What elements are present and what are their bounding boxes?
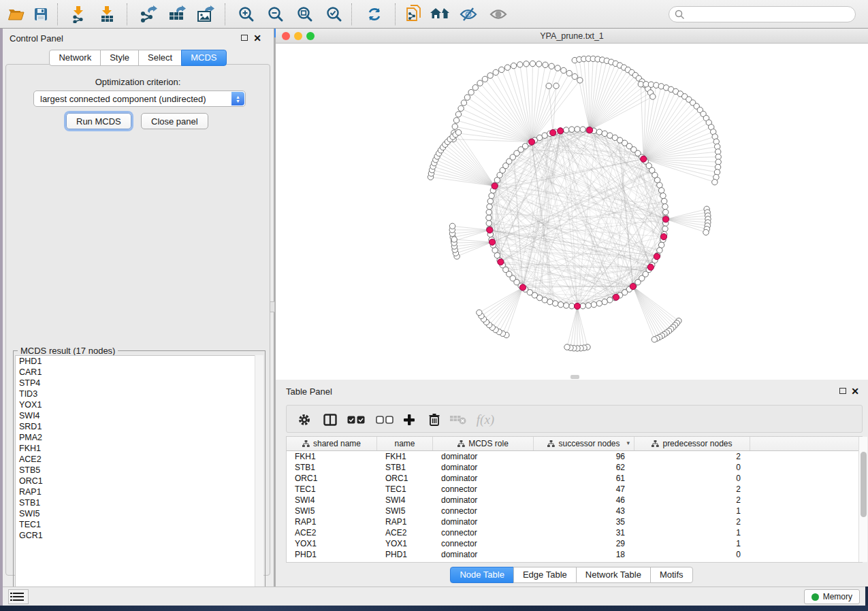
result-node-item[interactable]: SWI4 xyxy=(16,410,263,421)
result-node-item[interactable]: CAR1 xyxy=(16,367,263,378)
run-mcds-button[interactable]: Run MCDS xyxy=(66,113,131,129)
column-header-successor-nodes[interactable]: successor nodes▾ xyxy=(534,437,634,450)
zoom-selected-button[interactable] xyxy=(323,4,345,24)
result-node-item[interactable]: FKH1 xyxy=(16,443,263,454)
network-graph[interactable] xyxy=(276,44,868,380)
result-node-item[interactable]: TID3 xyxy=(16,389,263,399)
zoom-out-button[interactable] xyxy=(265,4,287,24)
result-node-item[interactable]: STP4 xyxy=(16,378,263,389)
table-row[interactable]: TEC1TEC1connector472 xyxy=(287,484,862,495)
result-node-item[interactable]: TEC1 xyxy=(16,519,263,530)
result-node-item[interactable]: STB1 xyxy=(16,497,263,508)
cell: ACE2 xyxy=(377,528,433,538)
delete-row-button[interactable] xyxy=(425,410,444,429)
result-list-scrollbar[interactable] xyxy=(255,355,263,597)
desktop-wallpaper-bottom xyxy=(0,606,868,611)
tab-style[interactable]: Style xyxy=(100,50,139,66)
search-box[interactable] xyxy=(669,6,856,22)
cell: dominator xyxy=(433,452,534,461)
export-image-button[interactable] xyxy=(195,4,216,24)
column-sort-chevron-icon[interactable]: ▾ xyxy=(626,440,630,446)
open-session-button[interactable] xyxy=(5,4,27,24)
close-table-panel-icon[interactable]: ✕ xyxy=(851,388,859,395)
result-node-item[interactable]: ORC1 xyxy=(16,476,263,486)
table-row[interactable]: STB1STB1dominator620 xyxy=(287,462,862,473)
import-network-button[interactable] xyxy=(68,4,90,24)
tab-edge-table[interactable]: Edge Table xyxy=(513,567,577,583)
result-node-item[interactable]: RAP1 xyxy=(16,486,263,497)
table-scrollbar[interactable] xyxy=(858,437,867,562)
control-panel-title: Control Panel xyxy=(10,33,63,44)
table-row[interactable]: FKH1FKH1dominator962 xyxy=(287,451,862,462)
cell: connector xyxy=(433,539,534,548)
cell: 61 xyxy=(534,474,634,483)
result-node-item[interactable]: PHD1 xyxy=(16,356,263,367)
network-view-canvas[interactable] xyxy=(276,44,868,380)
table-row[interactable]: ACE2ACE2connector311 xyxy=(287,527,862,538)
tab-mcds[interactable]: MCDS xyxy=(181,50,226,66)
search-input[interactable] xyxy=(685,8,855,20)
home-button[interactable] xyxy=(429,4,451,24)
table-row[interactable]: ORC1ORC1dominator610 xyxy=(287,473,862,484)
network-hscroll-thumb[interactable] xyxy=(570,375,579,379)
table-row[interactable]: RAP1RAP1dominator352 xyxy=(287,516,862,527)
memory-button[interactable]: Memory xyxy=(804,589,860,604)
export-network-button[interactable] xyxy=(138,4,159,24)
zoom-fit-button[interactable] xyxy=(294,4,316,24)
table-row[interactable]: PHD1PHD1dominator180 xyxy=(287,549,862,560)
export-table-button[interactable] xyxy=(166,4,188,24)
function-builder-button[interactable]: f(x) xyxy=(472,410,499,429)
toolbar-separator xyxy=(351,3,352,25)
tab-motifs[interactable]: Motifs xyxy=(650,567,693,583)
result-node-item[interactable]: ACE2 xyxy=(16,454,263,465)
show-visibility-button[interactable] xyxy=(487,4,509,24)
export-table-icon xyxy=(168,5,186,23)
add-row-button[interactable] xyxy=(400,410,419,429)
result-node-item[interactable]: STB5 xyxy=(16,465,263,476)
table-row[interactable]: SWI5SWI5connector431 xyxy=(287,506,862,516)
control-panel: Control Panel ✕ NetworkStyleSelectMCDS O… xyxy=(3,29,274,587)
table-settings-button[interactable] xyxy=(295,410,314,429)
tab-network[interactable]: Network xyxy=(49,50,101,66)
result-node-item[interactable]: SRD1 xyxy=(16,421,263,432)
result-node-item[interactable]: GCR1 xyxy=(16,530,263,541)
tab-select[interactable]: Select xyxy=(138,50,182,66)
cell: 29 xyxy=(534,539,634,548)
column-header-name[interactable]: name xyxy=(377,437,433,450)
column-header-shared-name[interactable]: shared name xyxy=(287,437,377,450)
table-row[interactable]: SWI4SWI4dominator462 xyxy=(287,495,862,506)
float-panel-icon[interactable] xyxy=(241,35,248,41)
dropdown-stepper-icon[interactable]: ▲▼ xyxy=(231,92,244,105)
hide-visibility-button[interactable] xyxy=(457,4,479,24)
float-table-panel-icon[interactable] xyxy=(839,388,846,394)
show-columns-button[interactable] xyxy=(321,410,340,429)
zoom-in-button[interactable] xyxy=(236,4,257,24)
result-node-item[interactable]: YOX1 xyxy=(16,399,263,410)
refresh-button[interactable] xyxy=(364,4,385,24)
table-scrollbar-thumb[interactable] xyxy=(861,452,867,517)
delete-table-button[interactable] xyxy=(449,410,468,429)
open-network-file-button[interactable] xyxy=(403,4,425,24)
result-node-item[interactable]: PMA2 xyxy=(16,432,263,443)
column-header-predecessor-nodes[interactable]: predecessor nodes xyxy=(634,437,750,450)
task-history-button[interactable] xyxy=(8,589,29,604)
criterion-dropdown[interactable]: largest connected component (undirected)… xyxy=(33,90,246,107)
cell: FKH1 xyxy=(377,452,433,461)
mcds-result-list[interactable]: PHD1CAR1STP4TID3YOX1SWI4SRD1PMA2FKH1ACE2… xyxy=(15,355,263,597)
tab-node-table[interactable]: Node Table xyxy=(450,567,514,583)
splitter-handle[interactable] xyxy=(270,301,275,312)
import-table-button[interactable] xyxy=(97,4,118,24)
deselect-all-button[interactable] xyxy=(374,410,396,429)
result-node-item[interactable]: SWI5 xyxy=(16,508,263,519)
column-header-MCDS-role[interactable]: MCDS role xyxy=(433,437,534,450)
network-window-titlebar[interactable]: YPA_prune.txt_1 xyxy=(276,29,868,44)
tab-network-table[interactable]: Network Table xyxy=(576,567,651,583)
cell: 1 xyxy=(634,528,750,538)
select-all-button[interactable] xyxy=(345,410,367,429)
cell: YOX1 xyxy=(287,539,377,548)
save-session-button[interactable] xyxy=(30,4,52,24)
close-panel-icon[interactable]: ✕ xyxy=(253,35,261,42)
close-panel-button[interactable]: Close panel xyxy=(141,113,208,129)
status-bar: Memory xyxy=(3,587,865,606)
table-row[interactable]: YOX1YOX1connector291 xyxy=(287,538,862,549)
